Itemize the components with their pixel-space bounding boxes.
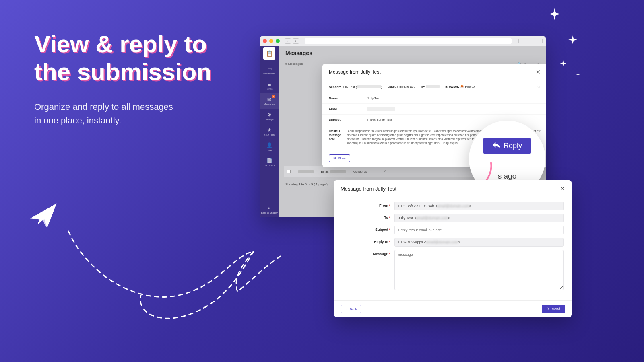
reply-button[interactable]: Reply [483, 138, 531, 154]
add-tab-icon[interactable] [537, 39, 543, 43]
forms-icon: ≣ [267, 81, 271, 87]
close-icon[interactable]: ✕ [560, 185, 565, 192]
app-logo-icon: 📋 [263, 47, 275, 60]
hero: View & reply tothe submission Organize a… [34, 30, 211, 128]
document-icon: 📄 [266, 158, 272, 163]
zoom-ago: s ago [483, 172, 531, 181]
sparkle-icon [576, 72, 580, 77]
nav-back-icon[interactable]: ‹ [285, 38, 291, 44]
subject-input[interactable] [394, 226, 564, 234]
tabs-icon[interactable] [528, 39, 533, 43]
close-button[interactable]: ✖Close [329, 154, 350, 162]
svg-marker-0 [31, 204, 56, 228]
nav-fwd-icon[interactable]: › [293, 38, 299, 44]
dashboard-icon: ▭ [267, 66, 272, 72]
messages-icon: ✉ [267, 97, 271, 102]
field-email: x [367, 107, 395, 111]
field-name: Jully Test [367, 97, 541, 100]
x-icon: ✖ [333, 156, 336, 160]
sidebar-item-document[interactable]: 📄Document [260, 154, 279, 170]
modal-title: Message from Jully Test [329, 69, 381, 75]
sparkle-icon [559, 60, 567, 68]
star-icon[interactable]: ☆ [537, 84, 541, 89]
to-field: Jully Test <email@domain.com> [394, 214, 564, 222]
page-title: Messages [279, 46, 546, 60]
traffic-light-max-icon[interactable] [276, 39, 280, 43]
sidebar-item-messages[interactable]: 3✉Messages [260, 93, 279, 109]
help-icon: 👤 [266, 142, 272, 148]
badge: 3 [272, 95, 275, 98]
back-button[interactable]: ←Back [341, 305, 361, 313]
row-name: x [298, 170, 314, 173]
send-icon: ✈ [547, 307, 550, 311]
reply-modal-title: Message from Jully Test [341, 186, 396, 192]
reply-form-modal: Message from Jully Test ✕ From* ETS-Soft… [334, 180, 572, 317]
sidebar-back[interactable]: «Back to Shopify [260, 202, 279, 217]
sidebar-item-plan[interactable]: ★Your Plan [260, 124, 279, 139]
chevron-left-icon: « [268, 205, 271, 211]
hero-subtitle: Organize and reply to all messagesin one… [34, 100, 211, 128]
sidebar: 📋 ▭Dashboard ≣Forms 3✉Messages ⚙Settings… [260, 46, 279, 217]
sidebar-item-settings[interactable]: ⚙Settings [260, 109, 279, 124]
share-icon[interactable] [518, 39, 524, 43]
field-subject: I need some help [367, 118, 541, 121]
gear-icon: ⚙ [267, 112, 272, 117]
back-arrow-icon: ← [345, 307, 348, 311]
reply-arrow-icon [492, 142, 500, 149]
from-field: ETS-Soft via ETS-Soft <email@domain.com> [394, 202, 564, 210]
sidebar-item-forms[interactable]: ≣Forms [260, 78, 279, 93]
traffic-light-min-icon[interactable] [269, 39, 273, 43]
close-icon[interactable]: ✕ [536, 69, 541, 75]
hero-title: View & reply tothe submission [34, 30, 211, 86]
sparkle-icon [547, 8, 562, 23]
plane-trail [64, 227, 290, 332]
sidebar-item-help[interactable]: 👤Help [260, 139, 279, 154]
traffic-light-close-icon[interactable] [263, 39, 267, 43]
send-button[interactable]: ✈Send [542, 305, 565, 313]
checkbox[interactable] [287, 170, 291, 173]
sparkle-icon [568, 35, 578, 46]
replyto-field: ETS-DEV-Apps <email@domain.com> [394, 238, 564, 247]
row-form: Contact us [353, 170, 367, 173]
message-count: 5 Messages [285, 62, 303, 66]
message-textarea[interactable] [394, 250, 564, 290]
sidebar-item-dashboard[interactable]: ▭Dashboard [260, 63, 279, 78]
paper-plane-icon [29, 201, 58, 232]
field-message-label: Create a message here [329, 129, 341, 146]
window-titlebar: ‹› [260, 36, 546, 46]
star-icon: ★ [267, 127, 272, 133]
url-bar[interactable] [305, 38, 512, 44]
